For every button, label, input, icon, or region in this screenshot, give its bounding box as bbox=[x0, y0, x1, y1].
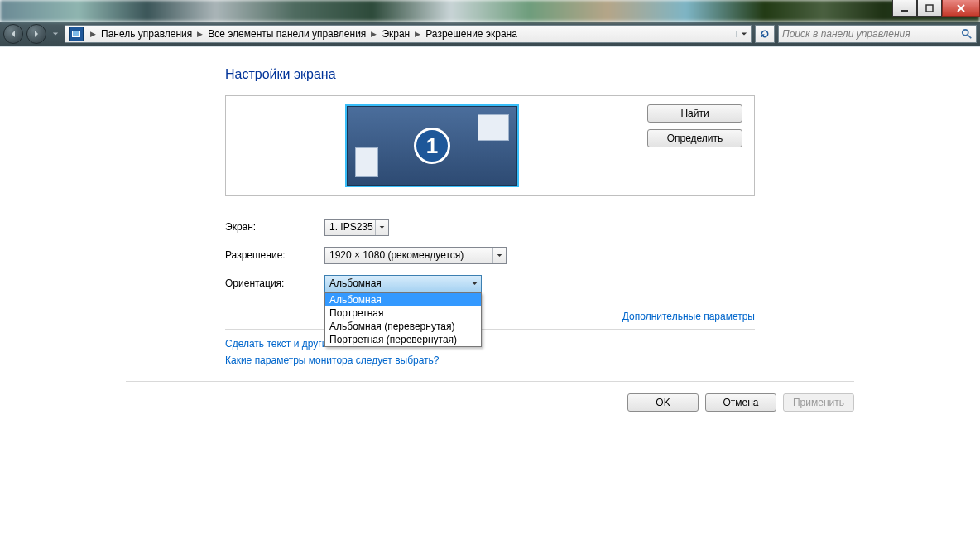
preview-window-icon bbox=[355, 147, 378, 177]
breadcrumb-sep-icon: ▶ bbox=[194, 30, 206, 38]
desktop-background-strip bbox=[0, 0, 980, 22]
svg-rect-1 bbox=[926, 5, 933, 12]
orientation-dropdown: Альбомная Портретная Альбомная (переверн… bbox=[324, 292, 482, 347]
orientation-combo[interactable]: Альбомная Альбомная Портретная Альбомная… bbox=[324, 275, 482, 292]
breadcrumb-sep-icon: ▶ bbox=[368, 30, 380, 38]
breadcrumb-item[interactable]: Разрешение экрана bbox=[424, 28, 519, 40]
resolution-combo-value: 1920 × 1080 (рекомендуется) bbox=[329, 249, 464, 261]
preview-window-icon bbox=[478, 114, 509, 141]
orientation-combo-value: Альбомная bbox=[329, 277, 382, 289]
orientation-option[interactable]: Альбомная bbox=[325, 293, 481, 306]
content-area: Настройки экрана 1 Найти Определить Экра… bbox=[0, 46, 980, 550]
ok-button[interactable]: OK bbox=[627, 393, 699, 412]
search-icon bbox=[961, 28, 973, 40]
screen-combo-value: 1. IPS235 bbox=[329, 221, 373, 233]
chevron-down-icon bbox=[375, 220, 388, 235]
refresh-button[interactable] bbox=[755, 25, 775, 43]
dialog-footer: OK Отмена Применить bbox=[126, 381, 854, 423]
breadcrumb-item[interactable]: Все элементы панели управления bbox=[206, 28, 368, 40]
svg-line-5 bbox=[968, 35, 972, 38]
nav-history-dropdown[interactable] bbox=[50, 25, 61, 43]
resolution-label: Разрешение: bbox=[225, 249, 324, 261]
orientation-option[interactable]: Портретная (перевернутая) bbox=[325, 333, 481, 346]
breadcrumb-item[interactable]: Панель управления bbox=[99, 28, 194, 40]
monitor-preview[interactable]: 1 bbox=[345, 104, 519, 187]
address-bar[interactable]: ▶ Панель управления ▶ Все элементы панел… bbox=[65, 25, 752, 43]
monitor-number-badge: 1 bbox=[414, 128, 450, 164]
screen-combo[interactable]: 1. IPS235 bbox=[324, 219, 389, 236]
search-placeholder: Поиск в панели управления bbox=[782, 28, 961, 40]
orientation-label: Ориентация: bbox=[225, 277, 324, 289]
apply-button[interactable]: Применить bbox=[783, 393, 854, 412]
window-close-button[interactable] bbox=[942, 0, 980, 17]
separator bbox=[225, 329, 755, 330]
address-dropdown-button[interactable] bbox=[736, 31, 751, 37]
breadcrumb-sep-icon: ▶ bbox=[411, 30, 424, 38]
chevron-down-icon bbox=[492, 248, 506, 263]
screen-label: Экран: bbox=[225, 221, 324, 233]
cancel-button[interactable]: Отмена bbox=[705, 393, 776, 412]
which-params-link[interactable]: Какие параметры монитора следует выбрать… bbox=[225, 355, 440, 366]
monitor-preview-box: 1 Найти Определить bbox=[225, 95, 755, 196]
window-maximize-button[interactable] bbox=[917, 0, 942, 17]
orientation-option[interactable]: Альбомная (перевернутая) bbox=[325, 320, 481, 333]
find-button[interactable]: Найти bbox=[647, 104, 742, 123]
identify-button[interactable]: Определить bbox=[647, 129, 742, 147]
nav-forward-button[interactable] bbox=[26, 24, 46, 44]
resolution-combo[interactable]: 1920 × 1080 (рекомендуется) bbox=[324, 247, 507, 264]
breadcrumb-sep-icon: ▶ bbox=[87, 30, 99, 38]
page-title: Настройки экрана bbox=[225, 67, 755, 82]
advanced-settings-link[interactable]: Дополнительные параметры bbox=[622, 311, 755, 322]
chevron-down-icon bbox=[468, 276, 481, 292]
orientation-option[interactable]: Портретная bbox=[325, 306, 481, 320]
search-box[interactable]: Поиск в панели управления bbox=[778, 25, 977, 43]
nav-back-button[interactable] bbox=[3, 24, 23, 44]
window-minimize-button[interactable] bbox=[892, 0, 917, 17]
breadcrumb-item[interactable]: Экран bbox=[380, 28, 411, 40]
explorer-toolbar: ▶ Панель управления ▶ Все элементы панел… bbox=[0, 22, 980, 46]
text-size-link[interactable]: Сделать текст и другие bbox=[225, 338, 333, 350]
svg-point-4 bbox=[963, 29, 968, 35]
control-panel-icon bbox=[69, 27, 84, 41]
